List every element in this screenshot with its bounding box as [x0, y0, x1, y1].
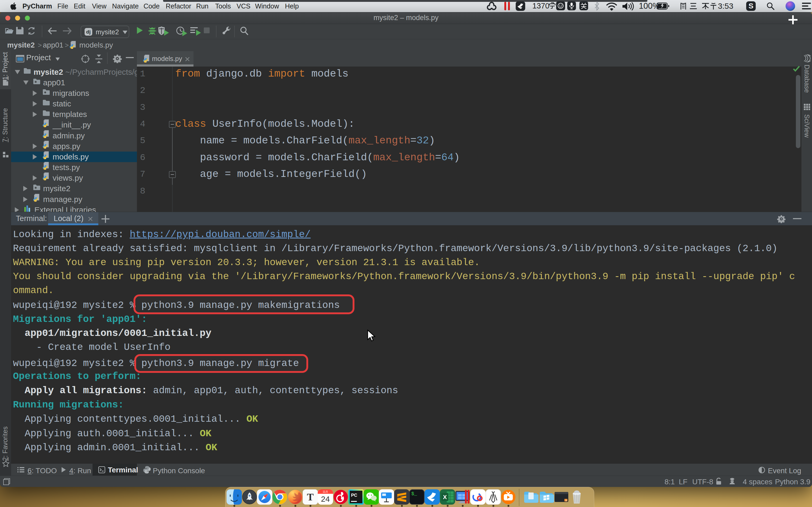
svg-text:T: T: [307, 492, 313, 503]
svg-text:S: S: [565, 499, 567, 502]
svg-text:24: 24: [321, 495, 329, 503]
svg-text:11月: 11月: [323, 490, 328, 493]
svg-text:X: X: [443, 494, 447, 500]
svg-text:PC: PC: [351, 493, 357, 498]
svg-text:$_: $_: [411, 491, 417, 496]
